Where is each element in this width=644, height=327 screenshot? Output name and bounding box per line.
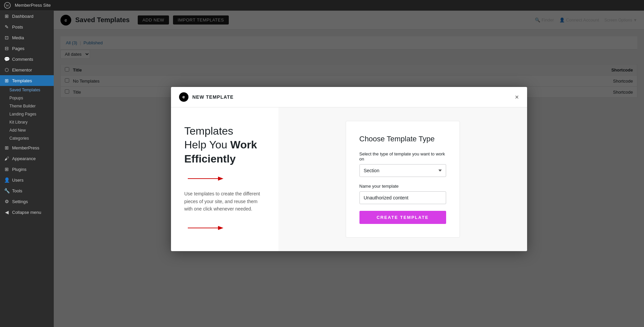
sidebar-label-media: Media	[12, 35, 24, 40]
tools-icon: 🔧	[4, 188, 9, 193]
select-type-label: Select the type of template you want to …	[359, 151, 446, 161]
sidebar-label-comments: Comments	[12, 57, 33, 62]
modal-left-heading: Templates Help You Work Efficiently	[184, 124, 265, 166]
sidebar-item-settings[interactable]: ⚙ Settings	[0, 196, 54, 207]
settings-icon: ⚙	[4, 199, 9, 204]
memberpress-icon: ⊞	[4, 145, 9, 150]
collapse-icon: ◀	[4, 209, 9, 215]
sidebar-item-add-new[interactable]: Add New	[0, 126, 54, 134]
heading-bold2: Efficiently	[184, 153, 236, 165]
modal-title: NEW TEMPLATE	[192, 94, 234, 100]
sidebar-label-plugins: Plugins	[12, 167, 27, 172]
plugins-icon: ⊞	[4, 167, 9, 172]
sidebar-label-add-new: Add New	[9, 128, 26, 133]
sidebar-label-appearance: Appearance	[12, 156, 36, 161]
posts-icon: ✎	[4, 24, 9, 30]
sidebar-label-dashboard: Dashboard	[12, 14, 34, 19]
sidebar-item-kit-library[interactable]: Kit Library	[0, 118, 54, 126]
sidebar-item-memberpress[interactable]: ⊞ MemberPress	[0, 142, 54, 153]
dashboard-icon: ⊞	[4, 13, 9, 19]
sidebar-label-elementor: Elementor	[12, 67, 32, 73]
sidebar-item-categories[interactable]: Categories	[0, 134, 54, 142]
sidebar-label-tools: Tools	[12, 188, 22, 193]
sidebar-label-users: Users	[12, 178, 24, 183]
arrow-to-button	[184, 223, 265, 234]
sidebar-item-media[interactable]: ⊡ Media	[0, 32, 54, 43]
sidebar-label-theme-builder: Theme Builder	[9, 104, 36, 108]
comments-icon: 💬	[4, 56, 9, 62]
new-template-modal: e NEW TEMPLATE × Templates Help You Work…	[171, 87, 527, 251]
sidebar-item-pages[interactable]: ⊟ Pages	[0, 43, 54, 54]
modal-overlay: e NEW TEMPLATE × Templates Help You Work…	[54, 11, 644, 327]
main-content: e Saved Templates ADD NEW IMPORT TEMPLAT…	[54, 11, 644, 327]
users-icon: 👤	[4, 177, 9, 183]
sidebar-item-saved-templates[interactable]: Saved Templates	[0, 86, 54, 94]
modal-right-panel: Choose Template Type Select the type of …	[278, 107, 527, 251]
form-heading: Choose Template Type	[359, 135, 446, 143]
sidebar-item-comments[interactable]: 💬 Comments	[0, 54, 54, 64]
svg-marker-3	[218, 177, 223, 181]
template-name-input[interactable]	[359, 191, 446, 204]
sidebar-label-saved-templates: Saved Templates	[9, 88, 40, 92]
sidebar-label-settings: Settings	[12, 199, 28, 204]
sidebar: ⊞ Dashboard ✎ Posts ⊡ Media ⊟ Pages 💬 Co…	[0, 11, 54, 327]
sidebar-item-theme-builder[interactable]: Theme Builder	[0, 102, 54, 110]
elementor-icon: ⬡	[4, 67, 9, 73]
sidebar-item-tools[interactable]: 🔧 Tools	[0, 185, 54, 196]
sidebar-item-plugins[interactable]: ⊞ Plugins	[0, 164, 54, 175]
sidebar-label-pages: Pages	[12, 46, 25, 51]
modal-header: e NEW TEMPLATE ×	[171, 87, 527, 107]
wordpress-logo: W	[4, 2, 11, 9]
sidebar-label-templates: Templates	[12, 78, 32, 83]
sidebar-item-dashboard[interactable]: ⊞ Dashboard	[0, 11, 54, 21]
sidebar-label-memberpress: MemberPress	[12, 145, 39, 150]
heading-bold: Work	[230, 139, 257, 151]
sidebar-item-collapse[interactable]: ◀ Collapse menu	[0, 207, 54, 218]
pages-icon: ⊟	[4, 46, 9, 51]
modal-elementor-icon: e	[179, 92, 188, 102]
template-name-label: Name your template	[359, 184, 446, 189]
sidebar-item-popups[interactable]: Popups	[0, 94, 54, 102]
sidebar-item-appearance[interactable]: 🖌 Appearance	[0, 153, 54, 164]
modal-body: Templates Help You Work Efficiently Use …	[171, 107, 527, 251]
sidebar-item-landing-pages[interactable]: Landing Pages	[0, 110, 54, 118]
sidebar-label-popups: Popups	[9, 96, 23, 100]
templates-icon: ⊞	[4, 78, 9, 83]
modal-form-card: Choose Template Type Select the type of …	[346, 121, 460, 238]
heading-line2: Help You	[184, 139, 230, 151]
heading-line1: Templates	[184, 125, 233, 137]
create-template-button[interactable]: CREATE TEMPLATE	[359, 211, 446, 224]
sidebar-label-collapse: Collapse menu	[12, 210, 41, 215]
arrow-to-dropdown	[184, 174, 265, 185]
sidebar-label-kit-library: Kit Library	[9, 120, 28, 125]
modal-left-description: Use templates to create the different pi…	[184, 190, 265, 213]
svg-marker-5	[218, 226, 223, 230]
red-arrow-dropdown	[184, 174, 225, 183]
sidebar-item-users[interactable]: 👤 Users	[0, 175, 54, 185]
red-arrow-button	[184, 223, 225, 233]
sidebar-label-posts: Posts	[12, 25, 23, 30]
appearance-icon: 🖌	[4, 156, 9, 161]
site-name: MemberPress Site	[15, 3, 51, 8]
modal-left-panel: Templates Help You Work Efficiently Use …	[171, 107, 278, 251]
template-type-select[interactable]: Section Page Popup Header Footer	[359, 164, 446, 177]
sidebar-item-posts[interactable]: ✎ Posts	[0, 21, 54, 32]
sidebar-item-templates[interactable]: ⊞ Templates	[0, 75, 54, 86]
sidebar-label-categories: Categories	[9, 136, 29, 141]
media-icon: ⊡	[4, 35, 9, 40]
modal-close-button[interactable]: ×	[515, 94, 519, 100]
admin-bar: W MemberPress Site	[0, 0, 644, 11]
sidebar-item-elementor[interactable]: ⬡ Elementor	[0, 64, 54, 75]
svg-text:W: W	[6, 3, 9, 7]
sidebar-label-landing-pages: Landing Pages	[9, 112, 36, 116]
